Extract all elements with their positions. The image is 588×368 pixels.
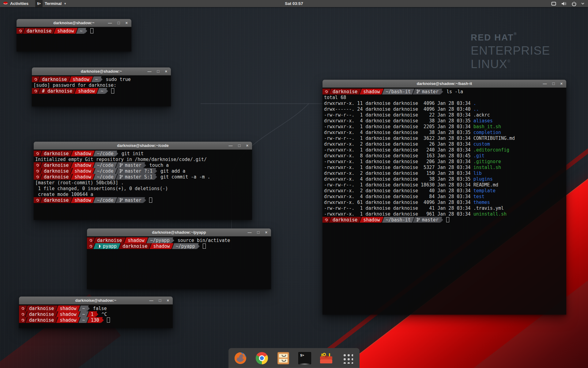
maximize-button[interactable]: □ bbox=[257, 230, 260, 234]
clock[interactable]: Sat 03:57 bbox=[285, 1, 303, 6]
terminal-icon[interactable]: $> bbox=[298, 351, 312, 365]
command-text: git commit -a -m . bbox=[160, 174, 210, 180]
chrome-icon[interactable] bbox=[255, 351, 269, 365]
window-titlebar[interactable]: darknoise@shadow:~ — □ × bbox=[17, 19, 131, 27]
file-name: CONTRIBUTING.md bbox=[473, 136, 515, 141]
terminal-line: -rw-rw-r--. 1 darknoise darknoise 41 Jan… bbox=[322, 205, 566, 211]
terminal-content[interactable]: darknoiseshadow~sudo true[sudo] password… bbox=[32, 75, 171, 106]
terminal-line: drwxrwxr-x. 8 darknoise darknoise 163 Ja… bbox=[322, 153, 566, 159]
minimize-button[interactable]: — bbox=[543, 82, 547, 86]
terminal-line: darknoiseshadow~/codemaster ?:1git add a bbox=[34, 168, 252, 174]
window-titlebar[interactable]: darknoise@shadow:~ — □ × bbox=[19, 297, 173, 305]
app-menu-terminal[interactable]: $> Terminal ▼ bbox=[32, 0, 70, 7]
prompt-segment-host: shadow bbox=[71, 151, 95, 156]
ls-meta: drwxrwxr-x. 11 darknoise darknoise 4096 … bbox=[324, 101, 473, 106]
close-button[interactable]: × bbox=[167, 298, 169, 302]
prompt-segment-user: darknoise bbox=[23, 28, 55, 34]
prompt-segment-git: master bbox=[116, 197, 145, 203]
ls-meta: -rw-rw-r--. 1 darknoise darknoise 22 Jan… bbox=[324, 112, 473, 118]
terminal-window-sudo[interactable]: darknoise@shadow:~ — □ × darknoiseshadow… bbox=[32, 67, 171, 106]
terminal-line: drwxrwxr-x. 2 darknoise darknoise 26 Jan… bbox=[322, 141, 566, 147]
close-button[interactable]: × bbox=[246, 144, 248, 148]
ls-meta: -rwxrwxr-x. 1 darknoise darknoise 240 Ja… bbox=[324, 147, 473, 153]
prompt-segment-host: shadow bbox=[56, 305, 80, 311]
files-icon[interactable] bbox=[276, 351, 290, 365]
command-text: touch a bbox=[149, 163, 169, 168]
command-text: sudo true bbox=[106, 77, 131, 82]
terminal-content[interactable]: darknoiseshadow~falsedarknoiseshadow~1^C… bbox=[19, 305, 173, 328]
close-button[interactable]: × bbox=[165, 69, 167, 73]
prompt-segment-user: darknoise bbox=[25, 317, 58, 323]
ls-meta: -rwxrwxr-x. 1 darknoise darknoise 961 Ja… bbox=[324, 211, 473, 217]
app-grid-icon[interactable] bbox=[341, 351, 355, 365]
terminal-window-pyapp[interactable]: darknoise@shadow:~/pyapp — □ × darknoise… bbox=[87, 228, 271, 289]
terminal-content[interactable]: darknoiseshadow~/bash-itmasterls -latota… bbox=[322, 88, 566, 315]
close-button[interactable]: × bbox=[265, 230, 267, 234]
prompt-segment-path: ~/code bbox=[93, 197, 117, 203]
maximize-button[interactable]: □ bbox=[238, 144, 241, 148]
close-button[interactable]: × bbox=[125, 21, 128, 25]
terminal-line: total 68 bbox=[322, 94, 566, 100]
file-name: uninstall.sh bbox=[473, 211, 507, 217]
terminal-line: drwxrwxr-x. 4 darknoise darknoise 84 Jan… bbox=[322, 194, 566, 199]
window-titlebar[interactable]: darknoise@shadow:~ — □ × bbox=[32, 67, 171, 75]
minimize-button[interactable]: — bbox=[248, 230, 252, 234]
activities-button[interactable]: Activities bbox=[0, 0, 32, 7]
terminal-window-bash-it[interactable]: darknoise@shadow:~/bash-it — □ × darknoi… bbox=[322, 80, 566, 315]
window-titlebar[interactable]: darknoise@shadow:~/pyapp — □ × bbox=[87, 228, 271, 236]
maximize-button[interactable]: □ bbox=[118, 21, 120, 25]
terminal-line: -rw-rw-r--. 1 darknoise darknoise 22 Jan… bbox=[322, 112, 566, 118]
close-button[interactable]: × bbox=[560, 82, 563, 86]
minimize-button[interactable]: — bbox=[149, 298, 153, 302]
terminal-cursor bbox=[149, 197, 152, 203]
file-name: README.md bbox=[473, 182, 498, 188]
prompt-segment-user: # darknoise bbox=[38, 88, 76, 94]
command-text: false bbox=[93, 306, 107, 311]
terminal-line: darknoiseshadow~/pyappsource bin/activat… bbox=[87, 237, 271, 243]
minimize-button[interactable]: — bbox=[229, 144, 233, 148]
firefox-icon[interactable] bbox=[233, 351, 247, 365]
prompt-segment-user: darknoise bbox=[119, 243, 151, 249]
prompt-segment-user: darknoise bbox=[38, 76, 70, 82]
terminal-window-home-1[interactable]: darknoise@shadow:~ — □ × darknoiseshadow… bbox=[17, 19, 131, 52]
prompt-segment-host: shadow bbox=[71, 168, 95, 174]
ls-meta: -rwxrwxr-x. 1 darknoise darknoise 206 Ja… bbox=[324, 159, 473, 164]
window-titlebar[interactable]: darknoise@shadow:~/bash-it — □ × bbox=[322, 80, 566, 88]
minimize-button[interactable]: — bbox=[148, 69, 152, 73]
prompt-segment-path: ~/bash-it bbox=[382, 89, 414, 94]
power-icon bbox=[571, 1, 577, 6]
window-title: darknoise@shadow:~ bbox=[81, 69, 122, 74]
prompt-segment-host: shadow bbox=[56, 311, 80, 317]
prompt-segment-host: shadow bbox=[360, 89, 383, 94]
display-icon bbox=[551, 1, 556, 6]
prompt-segment-host: shadow bbox=[124, 237, 148, 243]
terminal-content[interactable]: darknoiseshadow~ bbox=[17, 27, 131, 52]
terminal-line: [master (root-commit) 50bcb63] . bbox=[34, 180, 252, 186]
prompt-segment-user: darknoise bbox=[25, 305, 58, 311]
terminal-cursor bbox=[111, 88, 114, 94]
top-bar: Activities $> Terminal ▼ Sat 03:57 bbox=[0, 0, 588, 7]
minimize-button[interactable]: — bbox=[108, 21, 112, 25]
terminal-line: darknoiseshadow~/bash-itmasterls -la bbox=[322, 89, 566, 94]
registered-mark: ® bbox=[514, 32, 517, 36]
prompt-segment-host: shadow bbox=[56, 317, 80, 323]
prompt-segment-host: shadow bbox=[71, 174, 95, 180]
terminal-window-home-2[interactable]: darknoise@shadow:~ — □ × darknoiseshadow… bbox=[19, 297, 173, 328]
toolbox-icon[interactable] bbox=[319, 351, 333, 365]
terminal-line: drwxrwxr-x. 11 darknoise darknoise 4096 … bbox=[322, 100, 566, 106]
terminal-content[interactable]: darknoiseshadow~/codegit initInitialized… bbox=[34, 150, 252, 220]
file-name: lib bbox=[473, 171, 482, 176]
prompt-segment-user: darknoise bbox=[40, 197, 72, 203]
terminal-app-icon: $> bbox=[35, 0, 43, 7]
terminal-line: darknoiseshadow~130 bbox=[19, 317, 173, 323]
window-titlebar[interactable]: darknoise@shadow:~/code — □ × bbox=[34, 142, 252, 150]
terminal-content[interactable]: darknoiseshadow~/pyappsource bin/activat… bbox=[87, 236, 271, 289]
activities-label: Activities bbox=[10, 1, 28, 6]
maximize-button[interactable]: □ bbox=[552, 82, 555, 86]
ls-meta: drwxrwxr-x. 61 darknoise darknoise 4096 … bbox=[324, 200, 473, 205]
maximize-button[interactable]: □ bbox=[157, 69, 160, 73]
terminal-window-code[interactable]: darknoise@shadow:~/code — □ × darknoises… bbox=[34, 142, 252, 220]
maximize-button[interactable]: □ bbox=[159, 298, 161, 302]
system-status-area[interactable] bbox=[551, 0, 588, 7]
terminal-line: darknoiseshadow~1^C bbox=[19, 311, 173, 317]
